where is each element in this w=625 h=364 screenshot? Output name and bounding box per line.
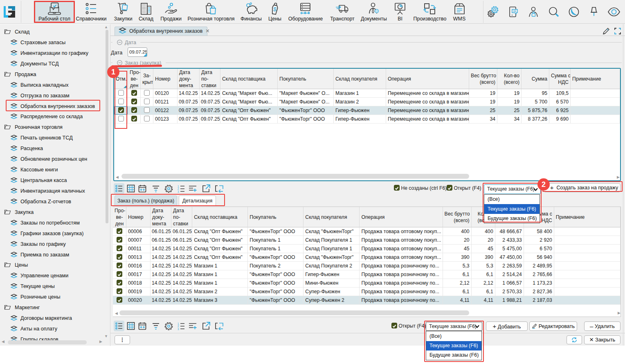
- svg-text:3: 3: [178, 328, 179, 330]
- svg-text:3: 3: [178, 190, 179, 193]
